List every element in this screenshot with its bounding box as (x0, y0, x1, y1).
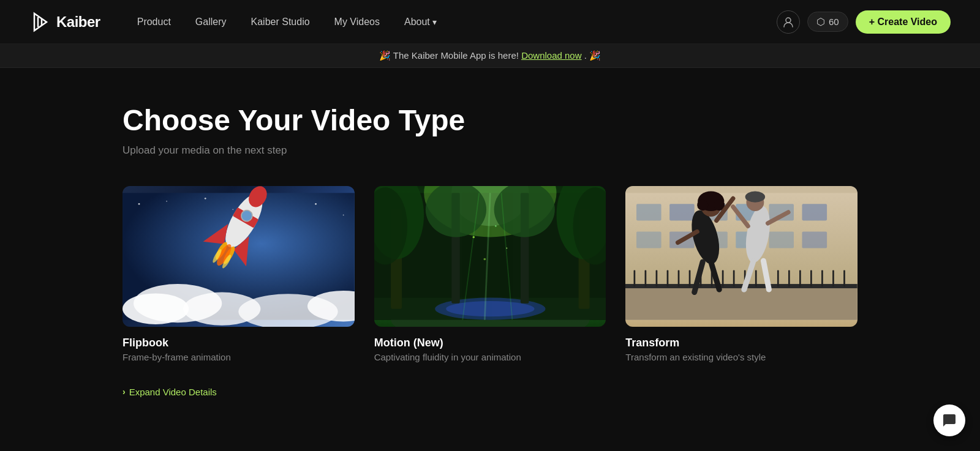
nav-link-product[interactable]: Product (137, 17, 171, 28)
banner-text-after: . 🎉 (584, 50, 601, 61)
user-icon (782, 16, 794, 28)
svg-rect-77 (810, 270, 812, 286)
announcement-banner: 🎉 The Kaiber Mobile App is here! Downloa… (0, 44, 980, 68)
nav-link-about[interactable]: About (404, 17, 437, 28)
motion-card-type: Motion (New) (374, 337, 606, 349)
chat-support-button[interactable] (933, 404, 965, 436)
motion-card-image (374, 186, 606, 327)
svg-point-3 (786, 18, 791, 23)
nav-right: ⬡ 60 + Create Video (777, 10, 951, 34)
flipbook-card[interactable]: Flipbook Frame-by-frame animation (123, 186, 355, 362)
svg-rect-70 (733, 270, 735, 286)
video-type-cards: Flipbook Frame-by-frame animation (123, 186, 858, 362)
motion-card[interactable]: Motion (New) Captivating fluidity in you… (374, 186, 606, 362)
svg-point-93 (745, 191, 765, 202)
forest-scene-illustration (374, 186, 606, 327)
svg-point-42 (472, 236, 475, 238)
svg-rect-78 (821, 270, 823, 286)
svg-rect-66 (689, 270, 691, 286)
svg-rect-80 (843, 270, 845, 286)
svg-point-85 (698, 199, 709, 211)
svg-point-12 (123, 293, 189, 324)
transform-card-image (625, 186, 858, 327)
svg-rect-62 (645, 270, 647, 286)
navigation: Kaiber Product Gallery Kaiber Studio My … (0, 0, 980, 44)
svg-rect-79 (832, 270, 834, 286)
create-video-button[interactable]: + Create Video (856, 10, 951, 34)
svg-rect-69 (722, 270, 724, 286)
transform-card-type: Transform (625, 337, 858, 349)
logo[interactable]: Kaiber (29, 11, 100, 33)
svg-rect-76 (799, 270, 801, 286)
svg-rect-74 (777, 270, 779, 286)
dance-scene-illustration (625, 186, 858, 327)
svg-point-45 (506, 247, 507, 248)
svg-rect-65 (678, 270, 680, 286)
main-content: Choose Your Video Type Upload your media… (0, 68, 980, 434)
svg-rect-48 (636, 204, 662, 220)
credits-display[interactable]: ⬡ 60 (807, 12, 848, 32)
svg-point-8 (232, 209, 233, 210)
svg-point-7 (205, 198, 206, 199)
svg-point-10 (343, 214, 344, 215)
page-title: Choose Your Video Type (123, 105, 858, 137)
banner-download-link[interactable]: Download now (521, 50, 581, 61)
svg-rect-64 (667, 270, 669, 286)
nav-link-my-videos[interactable]: My Videos (334, 17, 380, 28)
flipbook-card-desc: Frame-by-frame animation (123, 352, 355, 362)
svg-point-9 (315, 203, 317, 205)
svg-marker-0 (34, 13, 47, 31)
svg-point-5 (138, 203, 140, 205)
svg-point-31 (446, 301, 534, 316)
logo-icon (29, 11, 51, 33)
chat-icon (942, 413, 957, 428)
nav-link-gallery[interactable]: Gallery (195, 17, 227, 28)
svg-rect-75 (788, 270, 790, 286)
svg-point-44 (483, 258, 486, 261)
expand-chevron-icon: › (123, 387, 126, 397)
svg-rect-81 (625, 288, 858, 319)
transform-card[interactable]: Transform Transform an existing video's … (625, 186, 858, 362)
credits-icon: ⬡ (816, 16, 825, 28)
user-account-button[interactable] (777, 10, 800, 34)
svg-point-43 (495, 225, 497, 227)
svg-rect-63 (656, 270, 658, 286)
svg-rect-61 (634, 270, 636, 286)
nav-links: Product Gallery Kaiber Studio My Videos … (137, 17, 777, 28)
about-chevron-icon (432, 17, 437, 28)
transform-card-desc: Transform an existing video's style (625, 352, 858, 362)
svg-rect-53 (802, 204, 827, 220)
flipbook-card-type: Flipbook (123, 337, 355, 349)
page-subtitle: Upload your media on the next step (123, 144, 858, 157)
expand-video-details-link[interactable]: › Expand Video Details (123, 387, 858, 397)
nav-link-kaiber-studio[interactable]: Kaiber Studio (251, 17, 310, 28)
svg-rect-58 (769, 231, 794, 248)
flipbook-card-image (123, 186, 355, 327)
rocket-scene-illustration (123, 186, 355, 327)
credits-count: 60 (829, 17, 839, 27)
banner-text-before: 🎉 The Kaiber Mobile App is here! (379, 50, 519, 61)
motion-card-desc: Captivating fluidity in your animation (374, 352, 606, 362)
svg-rect-49 (669, 204, 695, 220)
svg-rect-59 (802, 231, 827, 248)
logo-text: Kaiber (56, 13, 100, 31)
svg-rect-54 (636, 231, 662, 248)
svg-point-6 (166, 201, 167, 202)
expand-label: Expand Video Details (129, 387, 217, 397)
svg-rect-72 (755, 270, 757, 286)
